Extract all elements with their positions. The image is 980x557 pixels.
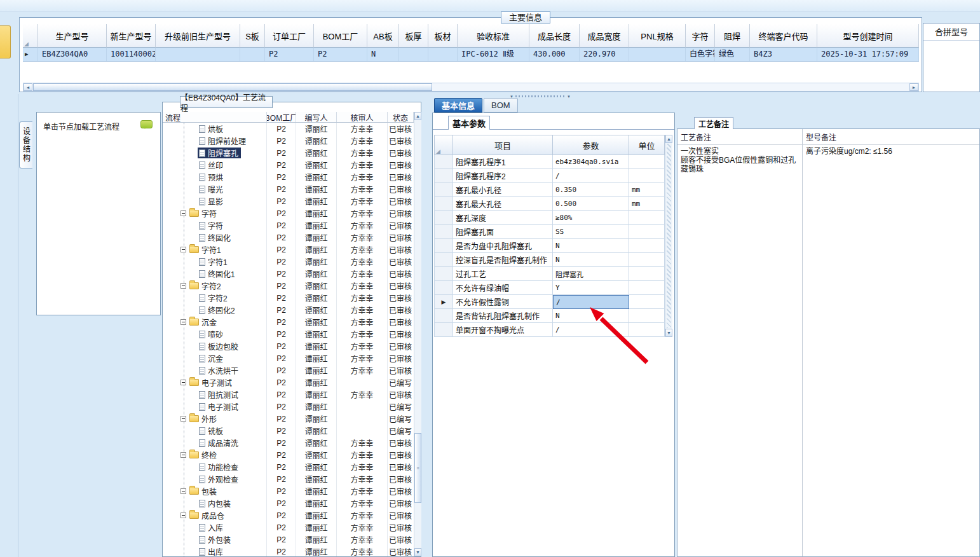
- tree-node[interactable]: 终检: [186, 450, 219, 460]
- tree-row[interactable]: 沉金P2谭丽红方幸幸已审核: [163, 352, 414, 364]
- scroll-left-button[interactable]: ◄: [24, 83, 32, 91]
- param-item-cell[interactable]: 塞孔最小孔径: [453, 183, 553, 197]
- tree-node[interactable]: 入库: [198, 522, 226, 533]
- tree-row[interactable]: 阻抗测试P2谭丽红方幸幸已审核: [163, 389, 414, 401]
- tree-column-header[interactable]: 状态: [388, 112, 414, 122]
- select-all-header[interactable]: ◢: [23, 24, 38, 48]
- main-info-cell[interactable]: P2: [265, 48, 314, 61]
- tab-bom[interactable]: BOM: [484, 98, 518, 113]
- param-value-cell[interactable]: N: [553, 253, 629, 267]
- column-header[interactable]: 字符: [686, 24, 715, 48]
- tree-row[interactable]: 字符2P2谭丽红方幸幸已审核: [163, 292, 414, 304]
- main-info-cell[interactable]: 220.970: [580, 48, 629, 61]
- tree-node[interactable]: 铣板: [198, 425, 226, 436]
- collapse-expander-icon[interactable]: [180, 512, 186, 518]
- tree-row[interactable]: 电子测试P2谭丽红已编写: [163, 376, 414, 389]
- tree-node[interactable]: 字符: [186, 208, 219, 219]
- splitter-handle[interactable]: ▼ ▼: [510, 93, 571, 99]
- tree-row[interactable]: 成品清洗P2谭丽红方幸幸已审核: [163, 437, 414, 449]
- column-header[interactable]: 终端客户代码: [750, 24, 817, 48]
- param-row[interactable]: 过孔工艺阻焊塞孔: [434, 267, 665, 281]
- tree-node[interactable]: 丝印: [198, 160, 226, 170]
- param-row[interactable]: 阻焊塞孔程序2/: [434, 169, 665, 183]
- param-unit-cell[interactable]: [629, 225, 665, 239]
- param-item-cell[interactable]: 塞孔深度: [453, 211, 553, 225]
- main-info-cell[interactable]: IPC-6012 Ⅱ级: [458, 48, 529, 61]
- collapse-expander-icon[interactable]: [180, 452, 186, 458]
- tree-column-header[interactable]: 流程: [163, 112, 267, 122]
- param-value-cell[interactable]: 0.500: [553, 197, 629, 211]
- tree-row[interactable]: 终固化1P2谭丽红方幸幸已审核: [163, 268, 414, 280]
- tab-process-notes[interactable]: 工艺备注: [694, 117, 733, 129]
- column-header[interactable]: AB板: [367, 24, 399, 48]
- row-marker-cell[interactable]: ▶: [23, 48, 38, 61]
- tree-row[interactable]: 喷砂P2谭丽红方幸幸已审核: [163, 328, 414, 340]
- tree-node[interactable]: 电子测试: [198, 401, 241, 412]
- tree-row[interactable]: 字符P2谭丽红方幸幸已审核: [163, 219, 414, 231]
- param-value-cell[interactable]: eb4z304qa0.svia: [553, 155, 629, 169]
- column-header[interactable]: PNL规格: [629, 24, 686, 48]
- tree-node[interactable]: 沉金: [198, 353, 226, 364]
- param-item-cell[interactable]: 阻焊塞孔程序1: [453, 155, 553, 169]
- tree-node[interactable]: 字符1: [198, 256, 230, 267]
- tree-node[interactable]: 显影: [198, 196, 226, 207]
- main-info-cell[interactable]: 10011400023821: [107, 48, 156, 61]
- param-unit-cell[interactable]: [629, 211, 665, 225]
- column-header[interactable]: 订单工厂: [265, 24, 314, 48]
- param-column-header[interactable]: 参数: [553, 135, 629, 155]
- tree-node[interactable]: 外包装: [198, 534, 233, 545]
- param-value-cell[interactable]: 阻焊塞孔: [553, 267, 629, 281]
- param-column-header[interactable]: 项目: [453, 135, 553, 155]
- scroll-track[interactable]: [667, 144, 671, 328]
- param-row[interactable]: 塞孔最小孔径0.350mm: [434, 183, 665, 197]
- tree-row[interactable]: 终固化2P2谭丽红方幸幸已审核: [163, 304, 414, 316]
- tree-node[interactable]: 内包装: [198, 498, 233, 509]
- collapse-down-icon[interactable]: ▼: [567, 95, 571, 99]
- tree-row[interactable]: 功能检查P2谭丽红方幸幸已审核: [163, 461, 414, 473]
- param-unit-cell[interactable]: [629, 253, 665, 267]
- param-row[interactable]: 塞孔最大孔径0.500mm: [434, 197, 665, 211]
- tree-row[interactable]: 水洗烘干P2谭丽红方幸幸已审核: [163, 364, 414, 376]
- tree-node[interactable]: 出库: [198, 546, 226, 556]
- tree-row[interactable]: 阻焊前处理P2谭丽红方幸幸已审核: [163, 135, 414, 147]
- param-row[interactable]: 塞孔深度≥80%: [434, 211, 665, 225]
- tree-node[interactable]: 字符: [198, 220, 226, 231]
- column-header[interactable]: 验收标准: [458, 24, 529, 48]
- tree-row[interactable]: 铣板P2谭丽红已编写: [163, 425, 414, 437]
- column-header[interactable]: 升级前旧生产型号: [156, 24, 240, 48]
- main-info-cell[interactable]: [240, 48, 265, 61]
- collapse-expander-icon[interactable]: [180, 247, 186, 252]
- splitter-grip[interactable]: [515, 95, 565, 97]
- main-info-cell[interactable]: 2025-10-31 17:57:09: [817, 48, 919, 61]
- tree-row[interactable]: 字符1P2谭丽红方幸幸已审核: [163, 244, 414, 256]
- collapse-expander-icon[interactable]: [180, 380, 186, 385]
- main-info-cell[interactable]: 430.000: [529, 48, 580, 61]
- tree-row[interactable]: 终固化P2谭丽红方幸幸已审核: [163, 231, 414, 244]
- scroll-track[interactable]: [432, 83, 909, 91]
- column-header[interactable]: 成品宽度: [580, 24, 629, 48]
- main-info-cell[interactable]: EB4Z304QA0: [38, 48, 107, 61]
- tree-column-header[interactable]: 编写人: [296, 112, 337, 122]
- tree-row[interactable]: 沉金P2谭丽红方幸幸已审核: [163, 316, 414, 328]
- tree-node[interactable]: 沉金: [186, 317, 219, 327]
- sidebar-tab-equipment-structure[interactable]: 设备结构: [19, 121, 32, 168]
- tree-column-header[interactable]: 核审人: [337, 112, 388, 122]
- param-item-cell[interactable]: 是否为盘中孔阻焊塞孔: [453, 239, 553, 253]
- tree-node[interactable]: 板边包胶: [198, 341, 241, 352]
- main-info-cell[interactable]: [629, 48, 686, 61]
- tree-node[interactable]: 水洗烘干: [198, 365, 241, 376]
- tree-node[interactable]: 阻焊塞孔: [198, 148, 241, 158]
- param-row[interactable]: 阻焊塞孔程序1eb4z304qa0.svia: [434, 155, 665, 169]
- param-item-cell[interactable]: 过孔工艺: [453, 267, 553, 281]
- scroll-thumb[interactable]: [33, 83, 432, 91]
- param-row[interactable]: 控深盲孔是否阻焊塞孔制作N: [434, 253, 665, 267]
- tree-row[interactable]: 字符1P2谭丽红方幸幸已审核: [163, 256, 414, 268]
- main-info-data-row[interactable]: ▶EB4Z304QA010011400023821P2P2NIPC-6012 Ⅱ…: [23, 48, 919, 62]
- tree-row[interactable]: 烘板P2谭丽红方幸幸已审核: [163, 123, 414, 135]
- main-info-cell[interactable]: B4Z3: [750, 48, 817, 61]
- collapse-expander-icon[interactable]: [180, 416, 186, 422]
- tree-node[interactable]: 字符1: [186, 244, 224, 255]
- column-header[interactable]: 生产型号: [38, 24, 107, 48]
- param-item-cell[interactable]: 单面开窗不掏曝光点: [453, 323, 553, 337]
- tree-node[interactable]: 阻抗测试: [198, 389, 241, 400]
